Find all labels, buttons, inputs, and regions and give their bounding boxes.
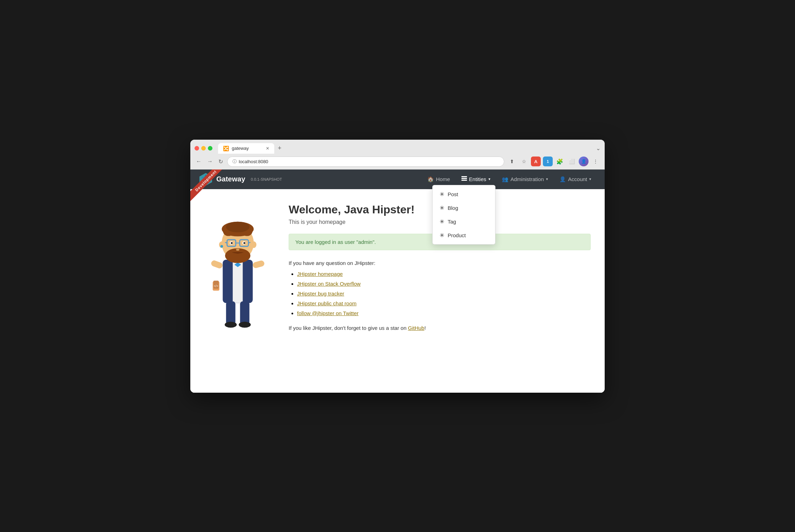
sidebar-icon[interactable]: ⬜ — [567, 157, 577, 166]
footer-text-after: ! — [424, 325, 426, 331]
svg-point-36 — [225, 321, 237, 327]
jhipster-stackoverflow-link[interactable]: JHipster on Stack Overflow — [297, 281, 361, 287]
menu-icon[interactable]: ⋮ — [591, 157, 600, 166]
entities-dropdown-arrow: ▾ — [488, 177, 491, 181]
svg-point-18 — [226, 221, 250, 232]
nav-administration[interactable]: 👥 Administration ▾ — [497, 173, 553, 185]
brand-version: 0.0.1-SNAPSHOT — [251, 177, 282, 181]
entities-table-icon — [461, 176, 467, 182]
dev-ribbon-label: Development — [190, 169, 222, 201]
svg-text:</>: </> — [214, 284, 218, 287]
svg-rect-5 — [461, 180, 467, 181]
traffic-lights — [195, 146, 212, 151]
tab-dropdown-button[interactable]: ⌄ — [596, 145, 600, 154]
svg-point-31 — [231, 242, 233, 244]
toolbar-icons: ⬆ ☆ A 1 🧩 ⬜ 👤 ⋮ — [507, 157, 600, 166]
dropdown-item-tag[interactable]: ✳ Tag — [433, 215, 495, 228]
links-list: JHipster homepage JHipster on Stack Over… — [289, 271, 591, 317]
nav-account[interactable]: 👤 Account ▾ — [554, 173, 596, 185]
dev-ribbon: Development — [190, 169, 222, 201]
tab-bar: 🔀 gateway ✕ + ⌄ — [218, 143, 600, 154]
home-icon: 🏠 — [427, 176, 434, 182]
nav-account-label: Account — [568, 176, 587, 182]
svg-point-37 — [239, 321, 251, 327]
list-item: JHipster homepage — [297, 271, 591, 277]
content-left: </> — [204, 200, 282, 382]
close-button[interactable] — [195, 146, 199, 151]
svg-rect-34 — [226, 301, 236, 325]
tab-close-button[interactable]: ✕ — [266, 146, 269, 151]
jhipster-homepage-link[interactable]: JHipster homepage — [297, 271, 343, 277]
entities-dropdown-menu: ✳ Post ✳ Blog ✳ Tag ✳ Pr — [432, 185, 495, 245]
dropdown-item-blog[interactable]: ✳ Blog — [433, 201, 495, 215]
jhipster-chatroom-link[interactable]: JHipster public chat room — [297, 300, 356, 306]
refresh-button[interactable]: ↻ — [217, 158, 224, 166]
dropdown-product-label: Product — [448, 232, 466, 238]
extension-a-icon[interactable]: A — [531, 157, 541, 166]
jhipster-twitter-link[interactable]: follow @jhipster on Twitter — [297, 310, 359, 316]
list-item: JHipster public chat room — [297, 300, 591, 307]
profile-avatar[interactable]: 👤 — [579, 157, 589, 166]
nav-administration-label: Administration — [511, 176, 544, 182]
list-item: follow @jhipster on Twitter — [297, 310, 591, 317]
list-item: JHipster bug tracker — [297, 291, 591, 297]
footer-text: If you like JHipster, don't forget to gi… — [289, 325, 591, 331]
title-bar: 🔀 gateway ✕ + ⌄ — [190, 140, 605, 154]
extensions-icon[interactable]: 🧩 — [555, 157, 565, 166]
account-dropdown-arrow: ▾ — [589, 177, 591, 181]
address-input[interactable]: ⓘ localhost:8080 — [227, 157, 504, 167]
svg-rect-10 — [252, 260, 265, 268]
administration-dropdown-arrow: ▾ — [546, 177, 548, 181]
browser-window: 🔀 gateway ✕ + ⌄ ← → ↻ ⓘ localhost:8080 ⬆… — [190, 140, 605, 393]
extension-1-icon[interactable]: 1 — [543, 157, 553, 166]
tab-icon: 🔀 — [223, 146, 229, 151]
minimize-button[interactable] — [201, 146, 206, 151]
nav-items: 🏠 Home Entities ▾ — [422, 169, 596, 189]
svg-rect-4 — [461, 178, 467, 179]
tag-star-icon: ✳ — [440, 218, 444, 225]
footer-text-before: If you like JHipster, don't forget to gi… — [289, 325, 408, 331]
tab-label: gateway — [232, 146, 249, 151]
post-star-icon: ✳ — [440, 191, 444, 198]
address-bar: ← → ↻ ⓘ localhost:8080 ⬆ ☆ A 1 🧩 ⬜ 👤 ⋮ — [190, 154, 605, 169]
svg-point-32 — [243, 242, 245, 244]
nav-entities-label: Entities — [469, 176, 486, 182]
lock-icon: ⓘ — [232, 159, 237, 165]
nav-entities[interactable]: Entities ▾ ✳ Post ✳ Blog ✳ — [456, 173, 495, 185]
active-tab[interactable]: 🔀 gateway ✕ — [218, 143, 274, 154]
administration-icon: 👥 — [502, 176, 508, 182]
app-content: Development Gateway 0.0.1-SNAPSHOT 🏠 — [190, 169, 605, 393]
hipster-figure: </> — [204, 200, 271, 333]
svg-point-21 — [221, 245, 223, 248]
forward-button[interactable]: → — [206, 158, 214, 165]
svg-rect-35 — [240, 301, 250, 325]
navbar: Development Gateway 0.0.1-SNAPSHOT 🏠 — [190, 169, 605, 189]
back-button[interactable]: ← — [195, 158, 203, 165]
nav-home[interactable]: 🏠 Home — [422, 173, 455, 185]
dropdown-item-post[interactable]: ✳ Post — [433, 187, 495, 201]
nav-home-label: Home — [436, 176, 450, 182]
svg-point-20 — [251, 241, 256, 248]
dropdown-post-label: Post — [448, 191, 458, 197]
account-icon: 👤 — [559, 176, 566, 182]
new-tab-button[interactable]: + — [275, 143, 284, 153]
svg-rect-9 — [210, 259, 223, 269]
list-item: JHipster on Stack Overflow — [297, 281, 591, 287]
url-display: localhost:8080 — [239, 159, 268, 164]
github-link[interactable]: GitHub — [408, 325, 425, 331]
svg-rect-3 — [461, 176, 467, 177]
main-content: </> — [190, 189, 605, 393]
product-star-icon: ✳ — [440, 232, 444, 239]
dropdown-blog-label: Blog — [448, 205, 458, 211]
svg-point-33 — [236, 248, 239, 251]
dropdown-item-product[interactable]: ✳ Product — [433, 228, 495, 242]
alert-text: You are logged in as user "admin". — [295, 239, 376, 245]
dropdown-tag-label: Tag — [448, 219, 456, 225]
blog-star-icon: ✳ — [440, 205, 444, 211]
share-icon[interactable]: ⬆ — [507, 157, 517, 166]
jhipster-bugtracker-link[interactable]: JHipster bug tracker — [297, 291, 344, 297]
question-text: If you have any question on JHipster: — [289, 260, 591, 266]
maximize-button[interactable] — [208, 146, 212, 151]
bookmark-icon[interactable]: ☆ — [519, 157, 529, 166]
